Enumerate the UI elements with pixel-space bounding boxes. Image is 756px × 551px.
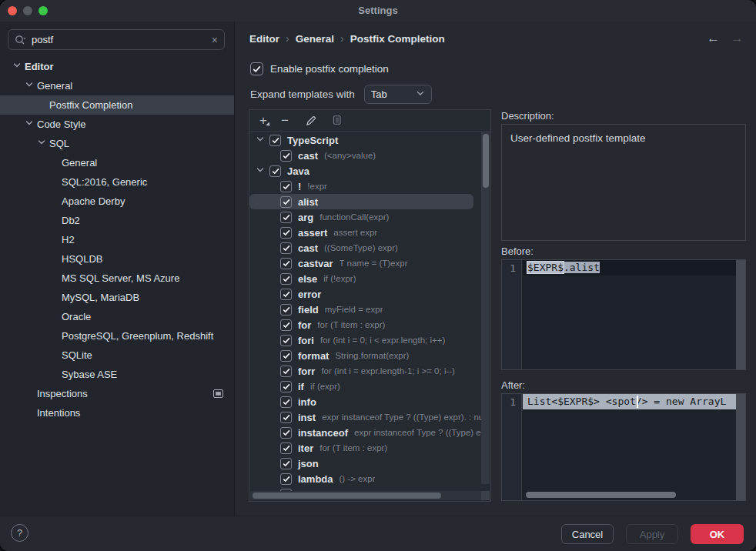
chevron-down-icon[interactable] xyxy=(12,61,22,72)
chevron-down-icon[interactable] xyxy=(25,80,34,92)
checkbox-checked[interactable] xyxy=(280,458,292,469)
ok-button[interactable]: OK xyxy=(691,524,744,544)
back-arrow-icon[interactable]: ← xyxy=(707,31,720,46)
sidebar-item-oracle[interactable]: Oracle xyxy=(0,307,234,326)
breadcrumb-item-editor[interactable]: Editor xyxy=(249,33,279,45)
checkbox-checked[interactable] xyxy=(280,181,292,192)
breadcrumb-item-general[interactable]: General xyxy=(296,33,334,45)
template-row-cast[interactable]: cast((SomeType) expr) xyxy=(249,240,490,255)
remove-template-button[interactable]: − xyxy=(276,112,294,129)
checkbox-checked[interactable] xyxy=(280,304,292,316)
checkbox-checked[interactable] xyxy=(280,442,292,454)
template-row-item[interactable]: !!expr xyxy=(249,179,490,194)
template-row-instanceof[interactable]: instanceofexpr instanceof Type ? ((Type)… xyxy=(249,425,490,440)
sidebar-item-postfix-completion[interactable]: Postfix Completion xyxy=(0,95,234,115)
template-row-json[interactable]: json xyxy=(249,456,490,471)
sidebar-item-hsqldb[interactable]: HSQLDB xyxy=(0,249,234,269)
sidebar-item-editor[interactable]: Editor xyxy=(0,57,234,76)
sidebar-item-sql[interactable]: SQL xyxy=(0,134,234,153)
sidebar-item-postgresql-greenplum-redshift[interactable]: PostgreSQL, Greenplum, Redshift xyxy=(0,326,234,346)
checkbox-checked[interactable] xyxy=(280,273,292,285)
template-row-iter[interactable]: iterfor (T item : expr) xyxy=(249,440,490,456)
scrollbar-thumb[interactable] xyxy=(526,492,676,498)
sidebar-item-sybase-ase[interactable]: Sybase ASE xyxy=(0,365,234,384)
checkbox-checked[interactable] xyxy=(280,258,292,269)
template-list-horizontal-scrollbar[interactable] xyxy=(250,491,490,500)
sidebar-item-inspections[interactable]: Inspections xyxy=(0,384,234,403)
sidebar-item-sql-2016-generic[interactable]: SQL:2016, Generic xyxy=(0,172,234,192)
sidebar-item-sqlite[interactable]: SQLite xyxy=(0,346,234,365)
checkbox-checked[interactable] xyxy=(280,350,292,362)
template-row-arg[interactable]: argfunctionCall(expr) xyxy=(249,209,490,225)
enable-postfix-checkbox-row[interactable]: Enable postfix completion xyxy=(250,62,389,75)
apply-button[interactable]: Apply xyxy=(626,524,678,544)
zoom-icon[interactable] xyxy=(38,6,48,15)
chevron-down-icon[interactable] xyxy=(256,135,265,146)
editor-vertical-scrollbar[interactable] xyxy=(736,260,745,369)
template-row-assert[interactable]: assertassert expr xyxy=(249,225,490,240)
add-template-button[interactable]: + xyxy=(254,112,273,129)
settings-search-field[interactable]: postf × xyxy=(8,29,225,50)
editor-vertical-scrollbar[interactable] xyxy=(736,394,745,500)
checkbox-checked[interactable] xyxy=(280,366,292,377)
template-row-inst[interactable]: instexpr instanceof Type ? ((Type) expr)… xyxy=(249,409,490,425)
cancel-button[interactable]: Cancel xyxy=(561,524,614,544)
sidebar-item-mysql-mariadb[interactable]: MySQL, MariaDB xyxy=(0,288,234,307)
expand-with-dropdown[interactable]: Tab xyxy=(364,85,432,104)
checkbox-checked[interactable] xyxy=(280,212,292,223)
template-row-lambda[interactable]: lambda() -> expr xyxy=(249,471,490,486)
minimize-icon[interactable] xyxy=(23,6,32,15)
template-row-castvar[interactable]: castvarT name = (T)expr xyxy=(249,255,490,271)
checkbox-checked[interactable] xyxy=(280,196,292,208)
edit-template-button[interactable] xyxy=(302,112,320,129)
scrollbar-thumb[interactable] xyxy=(483,134,489,188)
template-row-format[interactable]: formatString.format(expr) xyxy=(249,348,490,363)
checkbox-checked[interactable] xyxy=(280,396,292,408)
sidebar-item-code-style[interactable]: Code Style xyxy=(0,115,234,134)
chevron-down-icon[interactable] xyxy=(25,119,34,130)
checkbox-checked[interactable] xyxy=(280,319,292,331)
checkbox-checked[interactable] xyxy=(280,412,292,423)
sidebar-item-intentions[interactable]: Intentions xyxy=(0,403,234,422)
checkbox-checked[interactable] xyxy=(280,289,292,300)
checkbox-checked[interactable] xyxy=(280,227,292,239)
sidebar-item-db2[interactable]: Db2 xyxy=(0,211,234,230)
checkbox-checked[interactable] xyxy=(280,335,292,346)
template-row-alist[interactable]: alist xyxy=(249,194,473,209)
editor-horizontal-scrollbar[interactable] xyxy=(523,491,736,499)
template-row-else[interactable]: elseif (!expr) xyxy=(249,271,490,286)
clear-search-icon[interactable]: × xyxy=(212,35,218,45)
checkbox-checked[interactable] xyxy=(269,165,281,177)
template-row-field[interactable]: fieldmyField = expr xyxy=(249,302,490,317)
before-editor[interactable]: 1 $EXPR$.alist xyxy=(501,259,746,370)
breadcrumb-item-postfix-completion[interactable]: Postfix Completion xyxy=(350,33,445,45)
help-button[interactable]: ? xyxy=(11,524,28,542)
enable-postfix-checkbox[interactable] xyxy=(250,62,263,75)
chevron-down-icon[interactable] xyxy=(37,138,46,149)
template-row-error[interactable]: error xyxy=(249,286,490,302)
template-row-fori[interactable]: forifor (int i = 0; i < expr.length; i++… xyxy=(249,332,490,348)
template-row-cast[interactable]: cast(<any>value) xyxy=(249,148,490,163)
sidebar-item-apache-derby[interactable]: Apache Derby xyxy=(0,192,234,211)
titlebar[interactable]: Settings xyxy=(0,0,756,22)
template-row-info[interactable]: info xyxy=(249,394,490,409)
template-row-for[interactable]: forfor (T item : expr) xyxy=(249,317,490,332)
sidebar-item-general[interactable]: General xyxy=(0,76,234,95)
template-row-if[interactable]: ifif (expr) xyxy=(249,379,490,394)
template-row-typescript[interactable]: TypeScript xyxy=(249,132,490,148)
checkbox-checked[interactable] xyxy=(280,381,292,392)
after-editor[interactable]: 1 List<$EXPR$> <spot/> = new ArrayL xyxy=(501,393,746,501)
sidebar-item-ms-sql-server-ms-azure[interactable]: MS SQL Server, MS Azure xyxy=(0,269,234,288)
scrollbar-thumb[interactable] xyxy=(253,493,441,499)
sidebar-item-general[interactable]: General xyxy=(0,153,234,172)
checkbox-checked[interactable] xyxy=(280,473,292,485)
checkbox-checked[interactable] xyxy=(280,150,292,162)
chevron-down-icon[interactable] xyxy=(256,165,265,177)
template-row-forr[interactable]: forrfor (int i = expr.length-1; i >= 0; … xyxy=(249,363,490,379)
checkbox-checked[interactable] xyxy=(280,427,292,439)
sidebar-item-h2[interactable]: H2 xyxy=(0,230,234,249)
template-list-vertical-scrollbar[interactable] xyxy=(481,132,490,484)
duplicate-template-button[interactable] xyxy=(326,112,345,129)
close-icon[interactable] xyxy=(8,6,17,15)
checkbox-checked[interactable] xyxy=(280,242,292,254)
